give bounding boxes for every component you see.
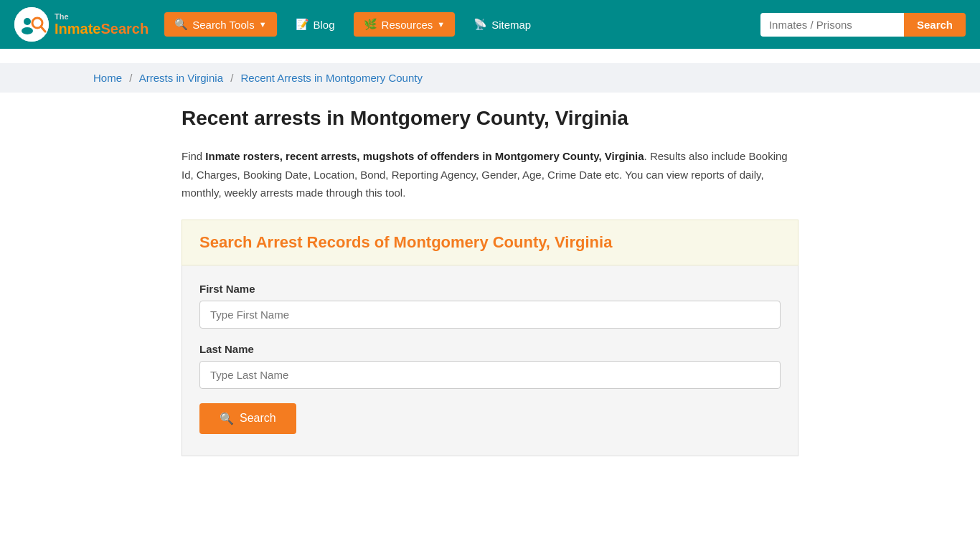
header-search-button[interactable]: Search: [904, 13, 966, 37]
svg-point-2: [22, 27, 33, 34]
breadcrumb-arrests-virginia[interactable]: Arrests in Virginia: [139, 72, 223, 84]
breadcrumb-home[interactable]: Home: [93, 72, 122, 84]
sitemap-icon: 📡: [473, 18, 487, 31]
header-search-bar: Search: [760, 13, 966, 37]
search-form-area: First Name Last Name 🔍 Search: [182, 265, 798, 456]
blog-label: Blog: [314, 19, 335, 31]
header-search-input[interactable]: [760, 13, 904, 37]
first-name-label: First Name: [199, 283, 781, 295]
blog-icon: 📝: [296, 18, 309, 31]
first-name-input[interactable]: [199, 301, 781, 329]
first-name-group: First Name: [199, 283, 781, 329]
main-content: Recent arrests in Montgomery County, Vir…: [167, 93, 813, 471]
breadcrumb: Home / Arrests in Virginia / Recent Arre…: [93, 72, 887, 84]
logo-area: The InmateSearch: [14, 7, 149, 42]
description-intro: Find: [182, 150, 205, 162]
resources-icon: 🌿: [364, 18, 377, 31]
logo-text: The InmateSearch: [55, 12, 149, 37]
search-tools-label: Search Tools: [192, 19, 254, 31]
breadcrumb-area: Home / Arrests in Virginia / Recent Arre…: [0, 63, 980, 93]
breadcrumb-recent-arrests[interactable]: Recent Arrests in Montgomery County: [241, 72, 423, 84]
chevron-down-icon-2: ▼: [437, 20, 445, 29]
svg-point-1: [24, 18, 31, 25]
last-name-label: Last Name: [199, 343, 781, 355]
description: Find Inmate rosters, recent arrests, mug…: [182, 147, 798, 202]
search-submit-icon: 🔍: [220, 412, 234, 425]
search-submit-button[interactable]: 🔍 Search: [199, 403, 296, 434]
description-bold: Inmate rosters, recent arrests, mugshots…: [205, 150, 644, 162]
search-section-title: Search Arrest Records of Montgomery Coun…: [199, 233, 781, 252]
chevron-down-icon: ▼: [259, 20, 267, 29]
sitemap-button[interactable]: 📡 Sitemap: [463, 12, 541, 37]
last-name-input[interactable]: [199, 361, 781, 389]
search-tools-icon: 🔍: [174, 18, 188, 31]
header-search-label: Search: [917, 19, 953, 31]
last-name-group: Last Name: [199, 343, 781, 389]
page-title: Recent arrests in Montgomery County, Vir…: [182, 107, 798, 130]
search-submit-label: Search: [240, 412, 276, 425]
breadcrumb-sep-1: /: [129, 72, 132, 84]
resources-label: Resources: [382, 19, 433, 31]
logo-icon: [14, 7, 49, 42]
breadcrumb-sep-2: /: [230, 72, 233, 84]
blog-button[interactable]: 📝 Blog: [286, 12, 345, 37]
search-card-header: Search Arrest Records of Montgomery Coun…: [182, 220, 798, 265]
site-header: The InmateSearch 🔍 Search Tools ▼ 📝 Blog…: [0, 0, 980, 49]
sitemap-label: Sitemap: [491, 19, 531, 31]
search-tools-button[interactable]: 🔍 Search Tools ▼: [164, 12, 276, 37]
resources-button[interactable]: 🌿 Resources ▼: [354, 12, 456, 37]
